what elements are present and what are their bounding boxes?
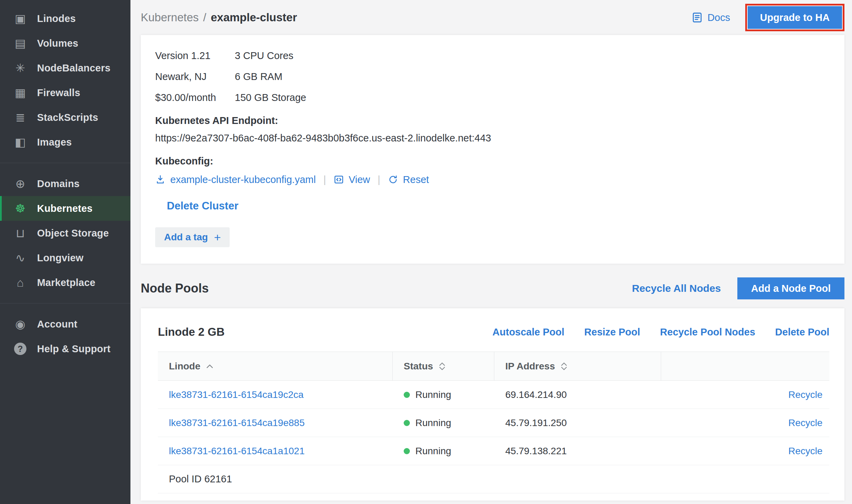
column-label: Linode (169, 361, 200, 372)
reset-icon (388, 174, 398, 185)
pool-id: Pool ID 62161 (169, 473, 232, 485)
node-pools-actions: Recycle All Nodes Add a Node Pool (632, 277, 844, 299)
docs-link[interactable]: Docs (691, 12, 730, 23)
cluster-ram: 6 GB RAM (235, 71, 830, 82)
images-icon: ◧ (12, 136, 28, 148)
node-pools-header: Node Pools Recycle All Nodes Add a Node … (141, 277, 844, 299)
table-row: lke38731-62161-6154ca19e885 Running 45.7… (158, 409, 829, 437)
sidebar-item-account[interactable]: ◉ Account (0, 312, 130, 336)
nodebalancers-icon: ✳ (12, 62, 28, 74)
kubernetes-icon: ☸ (12, 203, 28, 214)
column-header-actions (661, 352, 829, 380)
api-endpoint-value: https://9e2a7307-b6ac-408f-ba62-9483b0b3… (155, 133, 830, 144)
cluster-version: Version 1.21 (155, 50, 235, 61)
status-text: Running (415, 417, 451, 428)
sort-both-icon (439, 362, 446, 371)
sidebar-item-longview[interactable]: ∿ Longview (0, 245, 130, 270)
kubeconfig-separator: | (323, 174, 326, 185)
pool-header: Linode 2 GB Autoscale Pool Resize Pool R… (158, 319, 829, 345)
add-tag-label: Add a tag (164, 232, 208, 243)
add-tag-button[interactable]: Add a tag + (155, 227, 230, 247)
marketplace-icon: ⌂ (12, 277, 28, 288)
firewalls-icon: ▦ (12, 87, 28, 99)
sidebar-item-label: Object Storage (37, 228, 109, 239)
column-header-ip-address[interactable]: IP Address (494, 352, 661, 380)
table-row: lke38731-62161-6154ca19c2ca Running 69.1… (158, 381, 829, 409)
column-header-linode[interactable]: Linode (158, 352, 393, 380)
sidebar-item-marketplace[interactable]: ⌂ Marketplace (0, 270, 130, 295)
sidebar-item-nodebalancers[interactable]: ✳ NodeBalancers (0, 56, 130, 80)
sidebar-item-label: Linodes (37, 13, 76, 24)
sidebar-item-images[interactable]: ◧ Images (0, 130, 130, 154)
sidebar-item-label: Help & Support (37, 343, 111, 355)
recycle-node-link[interactable]: Recycle (788, 417, 822, 428)
api-endpoint-label: Kubernetes API Endpoint: (155, 115, 830, 126)
status-text: Running (415, 389, 451, 400)
kubeconfig-row: example-cluster-kubeconfig.yaml | View |… (155, 174, 830, 185)
ip-address: 69.164.214.90 (505, 389, 567, 400)
sidebar-item-volumes[interactable]: ▤ Volumes (0, 31, 130, 56)
linode-icon: ▣ (12, 13, 28, 24)
delete-cluster-button[interactable]: Delete Cluster (167, 200, 238, 212)
volumes-icon: ▤ (12, 37, 28, 49)
linode-node-link[interactable]: lke38731-62161-6154ca19c2ca (169, 389, 303, 400)
autoscale-pool-link[interactable]: Autoscale Pool (493, 327, 565, 338)
column-label: Status (404, 361, 433, 372)
cluster-price: $30.00/month (155, 92, 235, 103)
sidebar: ▣ Linodes ▤ Volumes ✳ NodeBalancers ▦ Fi… (0, 0, 130, 504)
kubeconfig-separator: | (378, 174, 380, 185)
sidebar-divider (0, 303, 130, 303)
status-running-icon (404, 448, 410, 454)
sidebar-item-label: Images (37, 137, 72, 148)
sidebar-item-linodes[interactable]: ▣ Linodes (0, 6, 130, 31)
column-header-status[interactable]: Status (393, 352, 494, 380)
sidebar-item-label: Firewalls (37, 87, 80, 99)
sidebar-item-domains[interactable]: ⊕ Domains (0, 171, 130, 196)
kubeconfig-view-link[interactable]: View (334, 174, 370, 185)
download-icon (155, 174, 165, 185)
sidebar-item-label: Account (37, 319, 77, 330)
sidebar-item-label: Longview (37, 252, 83, 264)
cluster-storage: 150 GB Storage (235, 92, 830, 103)
sidebar-item-kubernetes[interactable]: ☸ Kubernetes (0, 196, 130, 221)
sidebar-divider (0, 163, 130, 163)
kubeconfig-download-link[interactable]: example-cluster-kubeconfig.yaml (155, 174, 316, 185)
pool-table-header: Linode Status IP Address (158, 352, 829, 381)
recycle-pool-nodes-link[interactable]: Recycle Pool Nodes (660, 327, 755, 338)
account-icon: ◉ (12, 318, 28, 330)
delete-pool-link[interactable]: Delete Pool (775, 327, 829, 338)
sidebar-item-label: Domains (37, 178, 80, 190)
view-label: View (349, 174, 370, 185)
sidebar-item-label: Marketplace (37, 277, 95, 288)
sidebar-item-stackscripts[interactable]: ≣ StackScripts (0, 105, 130, 130)
kubeconfig-reset-link[interactable]: Reset (388, 174, 429, 185)
recycle-node-link[interactable]: Recycle (788, 389, 822, 400)
docs-icon (691, 12, 703, 23)
sidebar-item-label: Kubernetes (37, 203, 93, 214)
sort-both-icon (561, 362, 567, 371)
sort-asc-icon (206, 364, 214, 369)
add-node-pool-button[interactable]: Add a Node Pool (737, 277, 844, 299)
node-pools-title: Node Pools (141, 281, 209, 296)
linode-node-link[interactable]: lke38731-62161-6154ca1a1021 (169, 446, 304, 457)
recycle-all-nodes-link[interactable]: Recycle All Nodes (632, 283, 721, 294)
status-text: Running (415, 446, 451, 457)
ip-address: 45.79.138.221 (505, 446, 567, 457)
recycle-node-link[interactable]: Recycle (788, 446, 822, 457)
upgrade-to-ha-button[interactable]: Upgrade to HA (748, 6, 842, 29)
breadcrumb-kubernetes-link[interactable]: Kubernetes (141, 11, 199, 24)
object-storage-icon: ⊔ (12, 227, 28, 239)
main-content: Kubernetes / example-cluster Docs Upgrad… (130, 0, 852, 504)
sidebar-item-firewalls[interactable]: ▦ Firewalls (0, 80, 130, 105)
sidebar-item-label: Volumes (37, 38, 78, 49)
reset-label: Reset (403, 174, 429, 185)
resize-pool-link[interactable]: Resize Pool (584, 327, 640, 338)
sidebar-item-help-support[interactable]: ? Help & Support (0, 336, 130, 361)
header-actions: Docs Upgrade to HA (691, 4, 844, 31)
sidebar-item-object-storage[interactable]: ⊔ Object Storage (0, 221, 130, 245)
linode-node-link[interactable]: lke38731-62161-6154ca19e885 (169, 417, 304, 428)
code-view-icon (334, 174, 344, 185)
status-running-icon (404, 420, 410, 426)
column-label: IP Address (505, 361, 555, 372)
node-pool-card: Linode 2 GB Autoscale Pool Resize Pool R… (141, 308, 844, 501)
